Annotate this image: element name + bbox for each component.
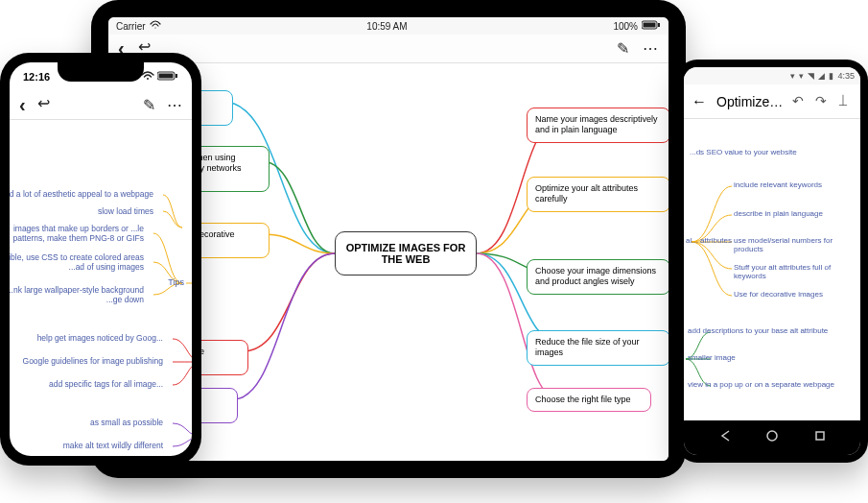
- node-label: Reduce the file size of your images: [535, 337, 662, 359]
- nav-back-icon[interactable]: [718, 429, 732, 446]
- sub-leaf[interactable]: add specific tags for all image...: [10, 379, 163, 389]
- android-statusbar: ▾ ▾ ◥ ◢ ▮ 4:35: [684, 67, 860, 84]
- svg-rect-1: [644, 23, 656, 28]
- svg-rect-12: [816, 432, 824, 440]
- sub-leaf[interactable]: as small as possible: [10, 418, 163, 427]
- svg-point-11: [767, 431, 777, 441]
- statusbar-time: 12:16: [23, 71, 50, 83]
- sub-leaf[interactable]: ...sible, use CSS to create colored area…: [10, 252, 144, 272]
- node-label: Name your images descriptively and in pl…: [535, 114, 662, 136]
- carrier-label: Carrier: [116, 21, 146, 32]
- node-label: Optimize your alt attributes carefully: [535, 183, 662, 205]
- alt-attributes-label[interactable]: al... attributes: [686, 236, 732, 245]
- node-filesize[interactable]: Reduce the file size of your images: [527, 330, 669, 366]
- style-button[interactable]: ✎: [143, 96, 155, 114]
- svg-rect-10: [176, 74, 177, 78]
- sub-leaf[interactable]: images that make up borders or ...le pat…: [10, 224, 144, 243]
- sub-leaf[interactable]: view in a pop up or on a separate webpag…: [688, 380, 860, 389]
- undo-button[interactable]: ↶: [792, 93, 804, 109]
- sub-leaf[interactable]: add descriptions to your base alt attrib…: [688, 326, 860, 335]
- sub-leaf[interactable]: help get images noticed by Goog...: [10, 333, 163, 343]
- android-toolbar: ← Optimize… ↶ ↷ ⟘ ⋮: [684, 84, 860, 119]
- notif-icon: ▾: [790, 71, 795, 81]
- signal-icon: ◢: [818, 71, 825, 81]
- svg-rect-2: [658, 23, 660, 27]
- nav-home-icon[interactable]: [765, 429, 779, 446]
- battery-icon: [157, 71, 178, 83]
- central-topic-label: OPTIMIZE IMAGES FOR THE WEB: [343, 242, 468, 265]
- svg-point-7: [147, 78, 149, 80]
- android-navbar: [684, 420, 860, 455]
- tablet-statusbar: Carrier 10:59 AM 100%: [108, 17, 669, 35]
- sub-leaf[interactable]: ...ds SEO value to your website: [690, 148, 797, 156]
- battery-icon: [642, 20, 661, 32]
- android-device: ▾ ▾ ◥ ◢ ▮ 4:35 ← Optimize… ↶ ↷ ⟘ ⋮: [676, 60, 868, 463]
- more-button[interactable]: ⋮: [859, 93, 860, 109]
- more-button[interactable]: ⋯: [167, 96, 182, 114]
- statusbar-time: 10:59 AM: [366, 21, 407, 32]
- node-filetype[interactable]: Choose the right file type: [527, 388, 651, 412]
- style-button[interactable]: ✎: [617, 39, 629, 58]
- iphone-canvas[interactable]: add a lot of aesthetic appeal to a webpa…: [10, 120, 192, 456]
- node-dimensions[interactable]: Choose your image dimensions and product…: [527, 259, 669, 295]
- more-button[interactable]: ⋯: [643, 39, 659, 58]
- iphone-toolbar: ‹ ↩ ✎ ⋯: [10, 91, 192, 120]
- iphone-screen: 12:16 ‹ ↩ ✎ ⋯: [10, 62, 192, 456]
- undo-button[interactable]: ↩: [37, 94, 50, 116]
- format-button[interactable]: ⟘: [838, 93, 848, 109]
- svg-rect-9: [159, 74, 174, 79]
- sub-leaf[interactable]: make alt text wildly different: [10, 441, 163, 450]
- central-topic[interactable]: OPTIMIZE IMAGES FOR THE WEB: [335, 231, 477, 275]
- sub-leaf[interactable]: use model/serial numbers for products: [734, 236, 858, 253]
- sub-leaf[interactable]: ...nk large wallpaper-style background .…: [10, 285, 144, 304]
- node-alt-attrs[interactable]: Optimize your alt attributes carefully: [527, 177, 669, 212]
- android-canvas[interactable]: ...ds SEO value to your website al... at…: [684, 119, 860, 420]
- wifi-icon: [150, 20, 161, 32]
- android-screen: ▾ ▾ ◥ ◢ ▮ 4:35 ← Optimize… ↶ ↷ ⟘ ⋮: [684, 67, 860, 455]
- sub-leaf[interactable]: add a lot of aesthetic appeal to a webpa…: [10, 189, 153, 199]
- node-label: Choose the right file type: [535, 395, 631, 405]
- tips-label[interactable]: Tips: [168, 277, 184, 287]
- battery-icon: ▮: [829, 71, 833, 81]
- notif-icon: ▾: [799, 71, 804, 81]
- tablet-toolbar: ‹ ↩ ✎ ⋯: [108, 35, 669, 63]
- nav-recent-icon[interactable]: [813, 429, 827, 446]
- statusbar-time: 4:35: [837, 71, 855, 81]
- node-name-images[interactable]: Name your images descriptively and in pl…: [527, 108, 669, 143]
- sub-leaf[interactable]: Google guidelines for image publishing: [10, 356, 163, 366]
- back-button[interactable]: ‹: [19, 94, 26, 116]
- iphone-notch: [58, 62, 144, 82]
- redo-button[interactable]: ↷: [815, 93, 827, 109]
- node-label: Choose your image dimensions and product…: [535, 266, 662, 288]
- battery-pct: 100%: [613, 21, 638, 32]
- sub-leaf[interactable]: Use for decorative images: [734, 290, 823, 299]
- iphone-device: 12:16 ‹ ↩ ✎ ⋯: [0, 53, 201, 466]
- wifi-icon: ◥: [808, 71, 814, 81]
- sub-leaf[interactable]: Stuff your alt attributes full of keywor…: [734, 263, 858, 280]
- app-title: Optimize…: [716, 94, 783, 109]
- sub-leaf[interactable]: include relevant keywords: [734, 180, 822, 189]
- sub-leaf[interactable]: slow load times: [10, 206, 153, 216]
- sub-leaf[interactable]: describe in plain language: [734, 209, 823, 218]
- sub-leaf[interactable]: smaller image: [688, 353, 736, 362]
- back-button[interactable]: ←: [692, 93, 707, 110]
